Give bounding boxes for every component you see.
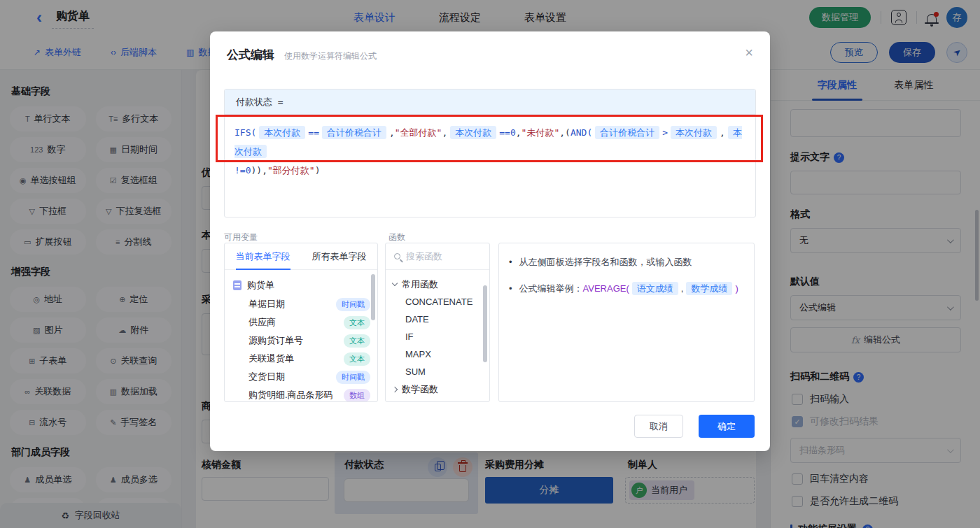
variable-name: 供应商 xyxy=(248,316,276,329)
formula-token-pln: , xyxy=(389,127,395,138)
functions-panel: 常用函数CONCATENATEDATEIFMAPXSUM数学函数文本函数 xyxy=(385,243,490,402)
variable-row[interactable]: 供应商文本 xyxy=(233,313,370,331)
formula-token-pln: ) xyxy=(315,165,321,176)
variable-name: 购货明细.商品条形码 xyxy=(248,389,333,401)
variables-tab[interactable]: 当前表单字段 xyxy=(236,243,290,270)
function-group[interactable]: 数学函数 xyxy=(393,380,482,398)
formula-help-panel: • 从左侧面板选择字段名和函数，或输入函数 • 公式编辑举例：AVERAGE(语… xyxy=(498,243,755,402)
variable-type-badge: 时间戳 xyxy=(336,298,370,311)
variable-row[interactable]: 关联退货单文本 xyxy=(233,350,370,368)
formula-token-op: > xyxy=(662,127,668,138)
variable-name: 交货日期 xyxy=(248,371,285,383)
function-item[interactable]: MAPX xyxy=(393,345,482,363)
functions-pane-label: 函数 xyxy=(388,231,405,243)
formula-token-op: ==0 xyxy=(499,127,515,138)
variable-type-badge: 时间戳 xyxy=(336,371,370,384)
formula-target: 付款状态 = xyxy=(225,90,755,115)
formula-token-chip[interactable]: 本次付款 xyxy=(671,126,717,139)
formula-token-fn: AND( xyxy=(570,127,592,138)
formula-token-str: "未付款" xyxy=(522,127,560,138)
variable-row[interactable]: 源购货订单号文本 xyxy=(233,331,370,350)
variables-pane-label: 可用变量 xyxy=(224,231,258,243)
variable-type-badge: 文本 xyxy=(344,316,370,329)
formula-token-pln: ,( xyxy=(559,127,570,138)
search-icon xyxy=(394,253,400,259)
function-search[interactable] xyxy=(386,243,489,270)
bullet: • xyxy=(509,255,512,270)
function-item[interactable]: CONCATENATE xyxy=(393,293,482,311)
formula-token-op: !=0 xyxy=(234,165,251,176)
formula-token-str: "部分付款" xyxy=(267,165,315,176)
variable-name: 源购货订单号 xyxy=(248,334,303,347)
function-group[interactable]: 文本函数 xyxy=(393,398,482,402)
formula-token-chip[interactable]: 本次付款 xyxy=(259,126,305,139)
formula-token-chip[interactable]: 合计价税合计 xyxy=(595,126,659,139)
form-tree-root[interactable]: 购货单 xyxy=(233,276,370,295)
variable-name: 单据日期 xyxy=(248,298,285,311)
caret-icon xyxy=(392,386,398,392)
formula-token-pln: , xyxy=(516,127,522,138)
variable-row[interactable]: 交货日期时间戳 xyxy=(233,368,370,386)
function-item[interactable]: SUM xyxy=(393,363,482,380)
variables-panel: 当前表单字段所有表单字段 购货单单据日期时间戳供应商文本源购货订单号文本关联退货… xyxy=(224,243,378,402)
function-group-label: 常用函数 xyxy=(402,278,438,291)
variable-row[interactable]: 单据日期时间戳 xyxy=(233,295,370,313)
form-root-label: 购货单 xyxy=(247,279,274,292)
function-item[interactable]: DATE xyxy=(393,311,482,328)
formula-editor-modal: 公式编辑 使用数学运算符编辑公式 × 付款状态 = IFS(本次付款==合计价税… xyxy=(210,31,770,451)
formula-token-str: "全部付款" xyxy=(395,127,442,138)
variable-name: 关联退货单 xyxy=(248,352,294,365)
formula-token-op: == xyxy=(308,127,319,138)
field-chip: 语文成绩 xyxy=(632,282,678,295)
formula-token-pln: , xyxy=(442,127,447,138)
variable-type-badge: 数组 xyxy=(344,389,370,402)
confirm-button[interactable]: 确定 xyxy=(699,415,755,438)
function-search-input[interactable] xyxy=(406,251,476,262)
formula-token-pln: , xyxy=(720,127,725,138)
help-line-1: 从左侧面板选择字段名和函数，或输入函数 xyxy=(519,255,692,270)
scrollbar-thumb[interactable] xyxy=(483,285,487,362)
formula-token-chip[interactable]: 合计价税合计 xyxy=(322,126,386,139)
function-group[interactable]: 常用函数 xyxy=(393,276,482,293)
variable-row[interactable]: 购货明细.商品条形码数组 xyxy=(233,386,370,402)
formula-expression[interactable]: IFS(本次付款==合计价税合计,"全部付款",本次付款==0,"未付款",(A… xyxy=(225,115,755,188)
cancel-button[interactable]: 取消 xyxy=(634,415,683,438)
modal-subtitle: 使用数学运算符编辑公式 xyxy=(284,50,377,62)
variable-type-badge: 文本 xyxy=(344,352,370,366)
formula-token-chip[interactable]: 本次付款 xyxy=(450,126,496,139)
help-line-2: 公式编辑举例：AVERAGE(语文成绩,数学成绩) xyxy=(519,281,738,297)
form-doc-icon xyxy=(233,280,241,290)
modal-title: 公式编辑 xyxy=(227,47,274,63)
function-group-label: 文本函数 xyxy=(402,401,438,403)
formula-token-pln: )), xyxy=(251,165,267,176)
bullet: • xyxy=(509,281,512,297)
function-item[interactable]: IF xyxy=(393,328,482,345)
field-chip: 数学成绩 xyxy=(686,282,732,295)
formula-token-fn: IFS( xyxy=(234,127,256,138)
close-icon[interactable]: × xyxy=(745,45,753,59)
function-group-label: 数学函数 xyxy=(402,383,438,396)
variable-type-badge: 文本 xyxy=(344,334,370,348)
scrollbar-thumb[interactable] xyxy=(371,274,375,320)
caret-icon xyxy=(392,280,398,286)
variables-tab[interactable]: 所有表单字段 xyxy=(312,243,367,270)
example-function: AVERAGE( xyxy=(583,283,629,294)
formula-editor[interactable]: 付款状态 = IFS(本次付款==合计价税合计,"全部付款",本次付款==0,"… xyxy=(224,89,756,217)
